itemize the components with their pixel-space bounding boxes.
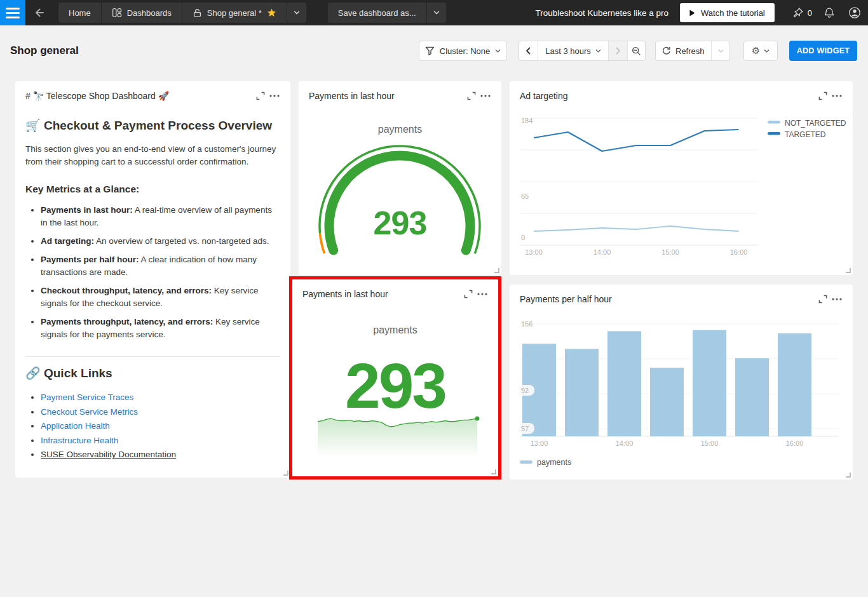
cluster-filter-button[interactable]: Cluster: None (419, 41, 507, 61)
gauge-widget-title: Payments in last hour (309, 91, 395, 101)
refresh-button[interactable]: Refresh (656, 41, 712, 60)
tab-options-dropdown[interactable] (287, 3, 306, 23)
metrics-list: Payments in last hour: A real-time overv… (25, 204, 280, 341)
chevron-down-icon (433, 10, 440, 15)
y-tick-pill: 92 (518, 385, 534, 396)
widget-resize-handle[interactable] (494, 268, 499, 273)
back-arrow-icon (33, 6, 46, 19)
user-menu-button[interactable] (846, 0, 863, 25)
chevron-down-icon (595, 49, 601, 53)
big-number-series-label: payments (292, 325, 498, 336)
link-checkout-service-metrics[interactable]: Checkout Service Metrics (41, 407, 138, 417)
back-button[interactable] (25, 0, 53, 25)
legend-label-payments[interactable]: payments (537, 458, 571, 467)
link-payment-service-traces[interactable]: Payment Service Traces (41, 392, 133, 402)
save-dashboard-button[interactable]: Save dashboard as... (328, 3, 427, 23)
star-icon[interactable] (267, 8, 276, 18)
ad-targeting-widget: Ad targeting 184 65 0 13:00 14:00 15:00 (510, 81, 853, 275)
unlock-icon (193, 8, 202, 18)
bar (565, 349, 599, 436)
dashboard-tabs: Home Dashboards Shop general * (58, 3, 306, 23)
big-number-widget-title: Payments in last hour (302, 289, 388, 299)
pin-icon (792, 7, 804, 19)
widget-resize-handle[interactable] (491, 469, 496, 474)
zoom-out-time-button[interactable] (628, 41, 645, 60)
save-dashboard-dropdown[interactable] (427, 3, 446, 23)
gauge-value: 293 (299, 204, 501, 242)
link-application-health[interactable]: Application Health (41, 421, 110, 431)
bar (693, 330, 726, 436)
chevron-down-icon (495, 49, 501, 53)
list-item: Payment Service Traces (41, 391, 280, 405)
list-item: Payments per half hour: A clear indicati… (41, 253, 280, 279)
x-tick: 15:00 (701, 439, 719, 447)
cluster-filter-label: Cluster: None (440, 46, 490, 56)
widget-menu-button[interactable] (478, 90, 492, 102)
time-range-control: Last 3 hours (519, 41, 646, 61)
x-tick: 15:00 (661, 248, 679, 256)
x-tick: 16:00 (730, 248, 748, 256)
widget-menu-button[interactable] (268, 90, 281, 102)
dashboard-settings-button[interactable]: ⚙ (743, 41, 778, 61)
ad-targeting-chart: 184 65 0 13:00 14:00 15:00 16:00 NOT_TAR… (510, 81, 853, 275)
tab-home[interactable]: Home (58, 3, 102, 23)
widget-resize-handle[interactable] (846, 473, 851, 478)
widget-resize-handle[interactable] (846, 268, 851, 273)
list-item: Payments throughput, latency, and errors… (41, 316, 280, 341)
hamburger-menu-button[interactable] (0, 0, 25, 25)
list-item: Ad targeting: An overview of targeted vs… (41, 235, 280, 248)
pin-button[interactable] (790, 0, 806, 25)
expand-widget-button[interactable] (254, 90, 268, 102)
gear-icon: ⚙ (752, 45, 760, 57)
time-back-button[interactable] (519, 41, 538, 60)
y-tick: 65 (521, 192, 529, 200)
list-item: Checkout Service Metrics (41, 405, 280, 420)
save-dashboard-label: Save dashboard as... (338, 8, 416, 18)
link-suse-observability-documentation[interactable]: SUSE Observability Documentation (41, 450, 176, 459)
gauge-chart (314, 141, 485, 262)
filter-funnel-icon (425, 46, 435, 56)
chart-legend[interactable]: payments (520, 458, 571, 467)
markdown-widget: # 🔭 Telescope Shop Dashboard 🚀 🛒 Checkou… (15, 81, 290, 478)
notifications-button[interactable] (821, 0, 837, 25)
promo-text: Troubleshoot Kubernetes like a pro (535, 8, 668, 18)
widget-resize-handle[interactable] (283, 471, 288, 476)
list-item: Checkout throughput, latency, and errors… (41, 285, 280, 310)
tab-home-label: Home (69, 8, 91, 18)
page-title: Shop general (10, 44, 79, 57)
payments-gauge-widget: Payments in last hour payments 293 (299, 81, 501, 275)
chevron-down-icon (764, 49, 770, 53)
link-infrastructure-health[interactable]: Infrastructure Health (41, 436, 118, 445)
chart-legend[interactable]: NOT_TARGETED TARGETED (768, 119, 846, 139)
tab-dashboards[interactable]: Dashboards (102, 3, 182, 23)
time-range-label: Last 3 hours (545, 46, 591, 56)
gauge-series-label: payments (299, 124, 501, 135)
bell-icon (824, 7, 835, 19)
play-icon (689, 10, 695, 17)
list-item: Payments in last hour: A real-time overv… (41, 204, 280, 229)
refresh-options-dropdown[interactable] (712, 41, 730, 60)
chevron-right-icon (616, 47, 621, 55)
time-range-selector[interactable]: Last 3 hours (538, 41, 609, 60)
tab-shop-general[interactable]: Shop general * (182, 3, 287, 23)
zoom-out-icon (632, 46, 641, 56)
tab-dashboards-label: Dashboards (127, 8, 172, 18)
legend-label-not-targeted[interactable]: NOT_TARGETED (785, 119, 846, 128)
chevron-down-icon (294, 10, 300, 15)
list-item: SUSE Observability Documentation (41, 448, 280, 462)
add-widget-button[interactable]: ADD WIDGET (789, 41, 857, 61)
refresh-control: Refresh (655, 41, 730, 61)
list-item: Application Health (41, 419, 280, 434)
time-forward-button[interactable] (609, 41, 628, 60)
y-tick: 184 (521, 117, 532, 124)
watch-tutorial-button[interactable]: Watch the tutorial (680, 3, 775, 22)
ellipsis-icon (480, 95, 491, 97)
expand-widget-button[interactable] (465, 90, 478, 102)
refresh-label: Refresh (675, 46, 705, 56)
legend-label-targeted[interactable]: TARGETED (785, 130, 826, 139)
widget-menu-button[interactable] (475, 288, 489, 300)
top-navbar: Home Dashboards Shop general * (0, 0, 868, 25)
watch-tutorial-label: Watch the tutorial (701, 8, 765, 18)
x-tick: 16:00 (786, 439, 804, 447)
expand-widget-button[interactable] (461, 288, 475, 300)
